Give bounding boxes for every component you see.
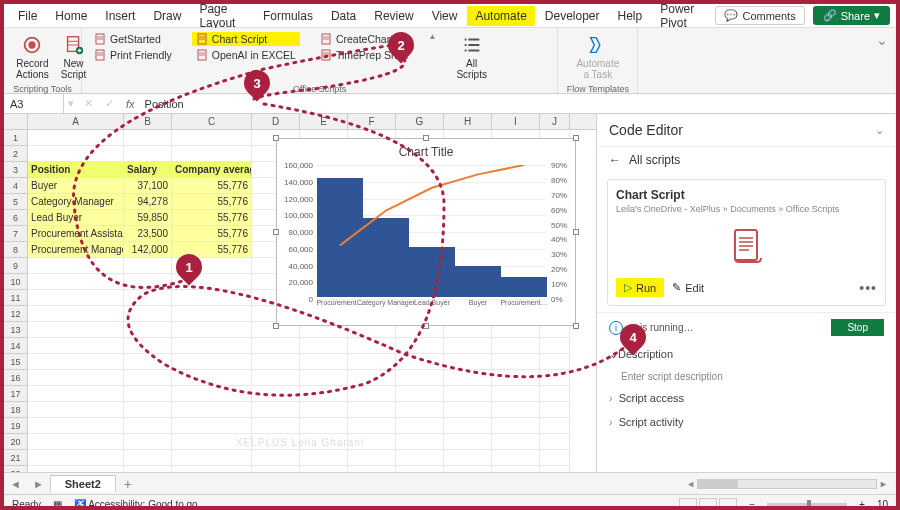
cell[interactable] [348,402,396,418]
cell[interactable] [300,370,348,386]
resize-handle[interactable] [273,229,279,235]
cell[interactable] [540,370,570,386]
col-header-a[interactable]: A [28,114,124,129]
cell[interactable] [124,130,172,146]
cell[interactable] [124,402,172,418]
cell[interactable]: Procurement Assistant [28,226,124,242]
col-header-f[interactable]: F [348,114,396,129]
resize-handle[interactable] [573,229,579,235]
cell[interactable]: Position [28,162,124,178]
cell[interactable] [492,450,540,466]
menu-data[interactable]: Data [323,6,364,26]
cell[interactable]: Buyer [28,178,124,194]
worksheet-area[interactable]: A B C D E F G H I J 123PositionSalaryCom… [4,114,596,472]
cell[interactable] [444,418,492,434]
cell[interactable] [348,466,396,472]
namebox-dropdown-icon[interactable]: ▾ [64,97,78,110]
cell[interactable] [492,434,540,450]
col-header-c[interactable]: C [172,114,252,129]
cell[interactable] [252,402,300,418]
cell[interactable] [396,354,444,370]
row-header[interactable]: 21 [4,450,28,466]
cell[interactable] [172,386,252,402]
cell[interactable] [300,466,348,472]
cell[interactable] [348,386,396,402]
row-header[interactable]: 12 [4,306,28,322]
ribbon-collapse-icon[interactable]: ⌄ [868,28,896,93]
cell[interactable] [396,450,444,466]
cell[interactable] [124,306,172,322]
cell[interactable] [444,402,492,418]
row-header[interactable]: 2 [4,146,28,162]
cell[interactable] [444,338,492,354]
cell[interactable] [124,418,172,434]
cell[interactable]: Procurement Manager [28,242,124,258]
record-actions-button[interactable]: Record Actions [12,32,53,82]
row-header[interactable]: 6 [4,210,28,226]
menu-review[interactable]: Review [366,6,421,26]
cell[interactable] [124,274,172,290]
row-header[interactable]: 13 [4,322,28,338]
row-header[interactable]: 15 [4,354,28,370]
cell[interactable]: Category Manager [28,194,124,210]
back-to-all-scripts[interactable]: ← All scripts [597,147,896,173]
col-header-g[interactable]: G [396,114,444,129]
cell[interactable] [252,370,300,386]
cell[interactable] [28,402,124,418]
add-sheet-button[interactable]: + [116,476,140,492]
cell[interactable]: 55,776 [172,210,252,226]
cell[interactable] [348,354,396,370]
cell[interactable] [28,370,124,386]
cell[interactable] [124,466,172,472]
row-header[interactable]: 9 [4,258,28,274]
view-page-layout-button[interactable] [699,498,717,511]
row-header[interactable]: 19 [4,418,28,434]
scroll-up-icon[interactable]: ▲ [428,32,436,41]
cell[interactable]: Company average [172,162,252,178]
cell[interactable] [540,434,570,450]
cell[interactable] [28,290,124,306]
horizontal-scrollbar[interactable] [697,479,877,489]
cell[interactable] [172,450,252,466]
cell[interactable] [28,338,124,354]
cell[interactable] [28,386,124,402]
cell[interactable] [492,370,540,386]
edit-button[interactable]: ✎ Edit [672,281,704,294]
menu-insert[interactable]: Insert [97,6,143,26]
cell[interactable] [124,338,172,354]
cell[interactable] [300,386,348,402]
cell[interactable] [28,306,124,322]
cell[interactable] [28,274,124,290]
col-header-j[interactable]: J [540,114,570,129]
cell[interactable]: 59,850 [124,210,172,226]
tab-nav-prev[interactable]: ◄ [4,478,27,490]
cell[interactable] [300,338,348,354]
scroll-right-icon[interactable]: ► [879,479,888,489]
name-box[interactable]: A3 [4,94,64,113]
cell[interactable]: 55,776 [172,194,252,210]
cell[interactable] [28,146,124,162]
script-chartscript[interactable]: Chart Script [192,32,300,46]
row-header[interactable]: 22 [4,466,28,472]
cell[interactable] [348,450,396,466]
cell[interactable] [172,370,252,386]
cell[interactable] [348,418,396,434]
cell[interactable] [28,258,124,274]
cell[interactable] [172,354,252,370]
cell[interactable] [28,418,124,434]
row-header[interactable]: 18 [4,402,28,418]
row-header[interactable]: 7 [4,226,28,242]
cell[interactable] [124,322,172,338]
cell[interactable] [124,146,172,162]
script-getstarted[interactable]: GetStarted [90,32,176,46]
cell[interactable] [172,146,252,162]
zoom-out-button[interactable]: − [749,499,755,510]
scroll-left-icon[interactable]: ◄ [686,479,695,489]
comments-button[interactable]: 💬 Comments [715,6,804,25]
row-header[interactable]: 4 [4,178,28,194]
row-header[interactable]: 11 [4,290,28,306]
resize-handle[interactable] [273,135,279,141]
cell[interactable] [444,466,492,472]
cell[interactable] [396,466,444,472]
cell[interactable] [124,450,172,466]
